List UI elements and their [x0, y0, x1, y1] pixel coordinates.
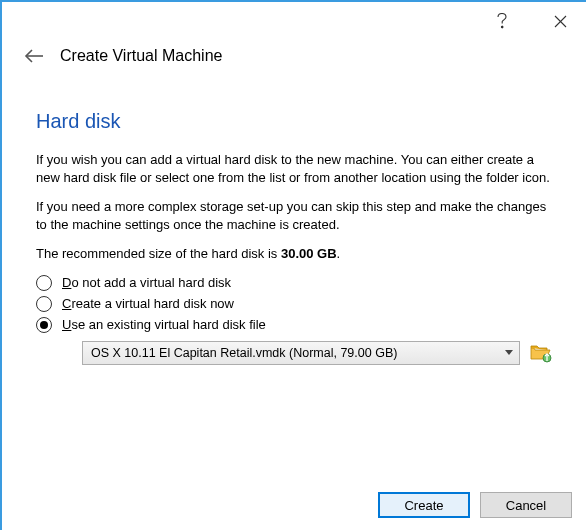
existing-disk-combo[interactable]: OS X 10.11 El Capitan Retail.vmdk (Norma…: [82, 341, 520, 365]
radio-option-no-disk[interactable]: Do not add a virtual hard disk: [36, 275, 552, 291]
radio-option-create-disk[interactable]: Create a virtual hard disk now: [36, 296, 552, 312]
close-icon: [554, 15, 567, 28]
question-icon: [496, 13, 508, 29]
radio-label: Use an existing virtual hard disk file: [62, 317, 266, 332]
wizard-title: Create Virtual Machine: [60, 47, 222, 65]
radio-icon: [36, 296, 52, 312]
radio-icon: [36, 317, 52, 333]
radio-label: Do not add a virtual hard disk: [62, 275, 231, 290]
cancel-button[interactable]: Cancel: [480, 492, 572, 518]
arrow-left-icon: [24, 49, 44, 63]
intro-paragraph-2: If you need a more complex storage set-u…: [36, 198, 552, 233]
radio-option-existing-disk[interactable]: Use an existing virtual hard disk file: [36, 317, 552, 333]
svg-point-0: [501, 26, 503, 28]
recommended-size-paragraph: The recommended size of the hard disk is…: [36, 245, 552, 263]
browse-folder-button[interactable]: [530, 342, 552, 364]
chevron-down-icon: [505, 350, 513, 355]
create-button[interactable]: Create: [378, 492, 470, 518]
folder-open-icon: [530, 343, 552, 363]
close-button[interactable]: [540, 6, 580, 36]
section-heading: Hard disk: [36, 110, 552, 133]
help-button[interactable]: [482, 6, 522, 36]
intro-paragraph-1: If you wish you can add a virtual hard d…: [36, 151, 552, 186]
radio-icon: [36, 275, 52, 291]
combo-selected-text: OS X 10.11 El Capitan Retail.vmdk (Norma…: [91, 346, 397, 360]
back-button[interactable]: [24, 46, 44, 66]
radio-label: Create a virtual hard disk now: [62, 296, 234, 311]
